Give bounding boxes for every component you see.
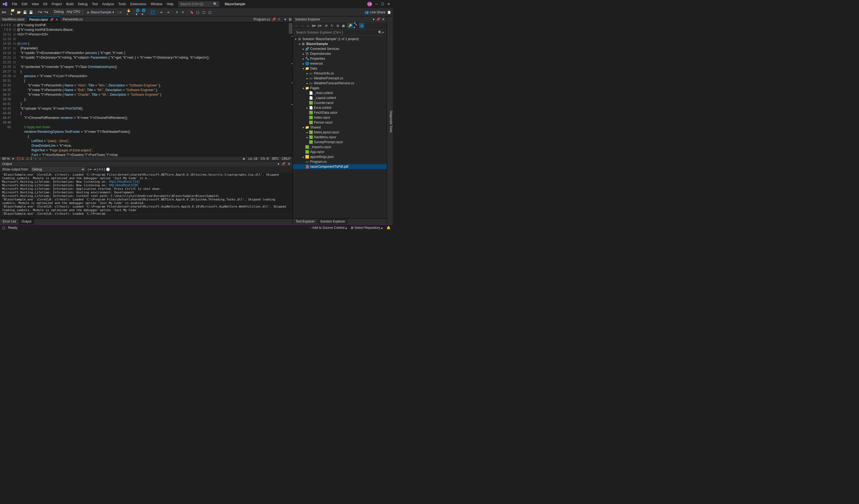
code-editor[interactable]: 3 4 5 6 7 8 9 10 11 12 13 14 15 16 17 18… <box>0 22 292 156</box>
bookmark-icon[interactable]: 🔖 <box>190 10 194 14</box>
output-body[interactable]: 'BlazorSample.exe' (CoreCLR: clrhost): L… <box>0 172 292 215</box>
close-tab-icon[interactable]: ✕ <box>56 18 58 21</box>
fold-gutter[interactable]: ⊟ ⊟ ⊟ ⊞ ⊟ ⊟ ⊟ ⊟ ⊟ ⊟ ⊟ ⊟ <box>13 22 17 156</box>
step-2-icon[interactable]: ⇥ <box>166 10 170 14</box>
refresh-icon[interactable]: ↻ <box>330 23 334 28</box>
tree-node[interactable]: 🟩Counter.razor <box>293 100 387 105</box>
diagnostic-tools-tab[interactable]: Diagnostic Tools <box>387 16 393 224</box>
output-source-combo[interactable]: Debug <box>31 167 86 172</box>
menu-project[interactable]: Project <box>49 0 64 8</box>
platform-combo[interactable]: Any CPU <box>65 10 84 15</box>
add-source-control[interactable]: ↑ Add to Source Control ▴ <box>310 226 347 230</box>
tree-node[interactable]: ▸🟨appsettings.json <box>293 154 387 159</box>
menu-analyze[interactable]: Analyze <box>100 0 116 8</box>
autohide-icon[interactable]: 📌 <box>376 17 380 21</box>
tab-dropdown-icon[interactable]: ▾ <box>283 16 288 22</box>
tree-node[interactable]: 📕razorComponentToPdf.pdf <box>293 164 387 169</box>
tree-node[interactable]: ▸🟩NavMenu.razor <box>293 135 387 140</box>
tree-node[interactable]: 🟩SurveyPrompt.razor <box>293 140 387 144</box>
close-button[interactable]: ✕ <box>387 2 390 6</box>
feedback-icon[interactable]: 📋 <box>387 10 391 14</box>
save-icon[interactable]: 💾 <box>22 10 27 14</box>
select-repository[interactable]: ⊞ Select Repository ▴ <box>351 226 383 230</box>
menu-view[interactable]: View <box>29 0 41 8</box>
sync-icon[interactable]: ⇄ <box>324 23 329 28</box>
uncomment-icon[interactable]: ≡ <box>181 10 185 14</box>
tab-solution-explorer[interactable]: Solution Explorer <box>317 219 348 224</box>
fwd-icon[interactable]: → <box>300 23 305 28</box>
tree-node[interactable]: 🟩_Imports.razor <box>293 144 387 149</box>
pin-icon[interactable]: 📌 <box>272 17 276 21</box>
tree-node[interactable]: ▾📁Pages <box>293 85 387 91</box>
tree-node[interactable]: ▾📁Shared <box>293 125 387 130</box>
horizontal-scrollbar[interactable] <box>0 215 292 218</box>
tree-node[interactable]: ▸📄Error.cshtml <box>293 105 387 110</box>
tree-node[interactable]: ▾⧉Solution 'BlazorSample' (1 of 1 projec… <box>293 36 387 42</box>
tree-node[interactable]: 🟩App.razor <box>293 149 387 154</box>
filter-icon[interactable]: ⊡▾ <box>317 23 322 28</box>
tree-node[interactable]: ▸PersonInfo.cs <box>293 71 387 76</box>
bookmark-3-icon[interactable]: ▢ <box>202 10 206 14</box>
config-combo[interactable]: Debug <box>53 10 64 15</box>
menu-extensions[interactable]: Extensions <box>128 0 149 8</box>
menu-window[interactable]: Window <box>149 0 165 8</box>
properties-icon[interactable]: 🔑 <box>348 23 353 28</box>
tree-node[interactable]: ▸🟩MainLayout.razor <box>293 130 387 135</box>
window-position-icon[interactable]: ▾ <box>277 162 279 166</box>
error-count[interactable]: 🚫 0 <box>17 157 24 161</box>
window-position-icon[interactable]: ▾ <box>373 17 375 21</box>
tree-node[interactable]: ▸🔧Properties <box>293 56 387 61</box>
solution-tree[interactable]: ▾⧉Solution 'BlazorSample' (1 of 1 projec… <box>293 36 387 218</box>
tab-output[interactable]: Output <box>19 219 34 224</box>
highlight-icon[interactable]: ⬚ <box>151 10 155 14</box>
show-all-icon[interactable]: ▦ <box>341 23 346 28</box>
notifications-icon[interactable]: 🔔 <box>387 226 391 230</box>
tab-navmenu[interactable]: NavMenu.razor <box>0 16 27 22</box>
close-tab-icon[interactable]: ✕ <box>277 17 280 21</box>
collapse-icon[interactable]: ⊟ <box>335 23 340 28</box>
step-icon[interactable]: ⇤ <box>160 10 164 14</box>
menu-debug[interactable]: Debug <box>76 0 90 8</box>
browser-link-2-icon[interactable]: 🌐▾ <box>142 10 146 14</box>
redo-icon[interactable]: ↷▾ <box>44 10 48 14</box>
tree-node[interactable]: ▾📁Data <box>293 66 387 71</box>
tab-error-list[interactable]: Error List <box>0 219 19 224</box>
tab-add-icon[interactable]: ⊞ <box>288 16 292 22</box>
nav-back-icon[interactable]: ◄ <box>242 157 245 161</box>
bookmark-4-icon[interactable]: ▢ <box>208 10 212 14</box>
menu-edit[interactable]: Edit <box>19 0 29 8</box>
tree-node[interactable]: 📄_Layout.cshtml <box>293 95 387 100</box>
back-nav-icon[interactable]: ⊕▾ <box>2 10 6 14</box>
home-icon[interactable]: ⌂ <box>305 23 310 28</box>
hot-reload-icon[interactable]: 🔥▾ <box>127 10 131 14</box>
line-ending[interactable]: CRLF <box>282 157 290 161</box>
menu-tools[interactable]: Tools <box>116 0 128 8</box>
tree-node[interactable]: Program.cs <box>293 159 387 164</box>
preview-icon[interactable]: 🔧▾ <box>353 23 358 28</box>
undo-icon[interactable]: ↶▾ <box>38 10 42 14</box>
tree-node[interactable]: ▸🔗Connected Services <box>293 46 387 51</box>
start-nodebug-icon[interactable]: ▷▾ <box>118 10 122 14</box>
pin-icon[interactable]: 📌 <box>50 18 54 21</box>
menu-git[interactable]: Git <box>41 0 49 8</box>
warning-count[interactable]: ⚠ 3 <box>26 157 32 161</box>
bookmark-2-icon[interactable]: ▢ <box>196 10 200 14</box>
tab-person-active[interactable]: Person.razor📌✕ <box>27 16 61 22</box>
menu-build[interactable]: Build <box>64 0 76 8</box>
nav-up-icon[interactable]: ↑ <box>35 157 36 161</box>
minimize-button[interactable]: ─ <box>375 2 378 6</box>
tree-node[interactable]: ▸WeatherForecastService.cs <box>293 81 387 85</box>
indent-mode[interactable]: SPC <box>272 157 279 161</box>
user-avatar[interactable]: CB <box>367 2 372 6</box>
start-debug-button[interactable]: ▶ BlazorSample ▾ <box>86 10 116 15</box>
search-box[interactable]: Search (Ctrl+Q) 🔍 <box>178 1 219 7</box>
tab-program-pinned[interactable]: Program.cs📌✕ <box>252 16 283 22</box>
tree-node[interactable]: 🟩Index.razor <box>293 115 387 120</box>
new-item-icon[interactable]: 📁▾ <box>11 10 15 14</box>
tree-node[interactable]: ▸WeatherForecast.cs <box>293 76 387 81</box>
save-all-icon[interactable]: 💾 <box>29 10 33 14</box>
tree-node[interactable]: 📄_Host.cshtml <box>293 91 387 95</box>
zoom-dropdown-icon[interactable]: ▾ <box>12 157 14 161</box>
liveshare-button[interactable]: 👥 Live Share <box>365 10 386 14</box>
tab-personinfo[interactable]: PersonInfo.cs <box>61 16 85 22</box>
